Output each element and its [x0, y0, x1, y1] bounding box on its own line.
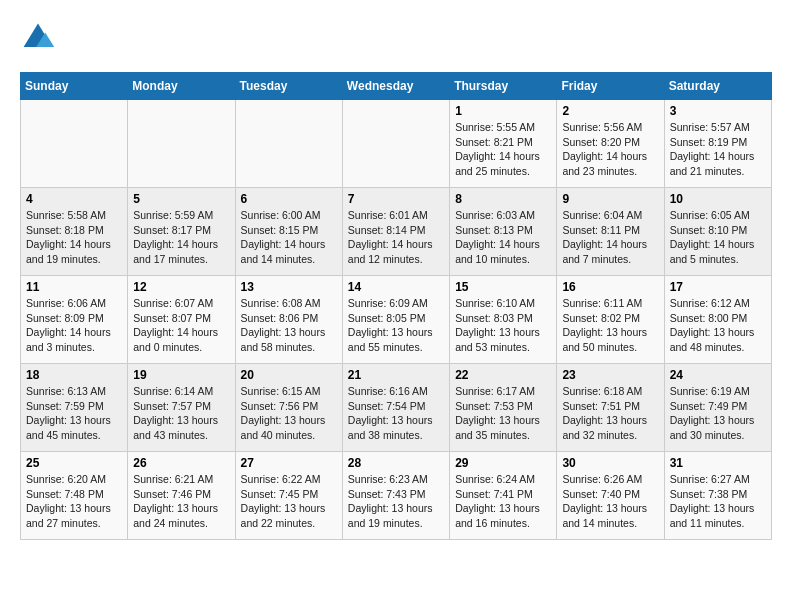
- calendar-cell: 7Sunrise: 6:01 AM Sunset: 8:14 PM Daylig…: [342, 188, 449, 276]
- day-of-week-header: Wednesday: [342, 73, 449, 100]
- day-info: Sunrise: 6:14 AM Sunset: 7:57 PM Dayligh…: [133, 384, 229, 443]
- day-info: Sunrise: 5:59 AM Sunset: 8:17 PM Dayligh…: [133, 208, 229, 267]
- calendar-cell: 23Sunrise: 6:18 AM Sunset: 7:51 PM Dayli…: [557, 364, 664, 452]
- calendar-cell: 1Sunrise: 5:55 AM Sunset: 8:21 PM Daylig…: [450, 100, 557, 188]
- calendar-cell: 17Sunrise: 6:12 AM Sunset: 8:00 PM Dayli…: [664, 276, 771, 364]
- day-number: 4: [26, 192, 122, 206]
- day-info: Sunrise: 6:15 AM Sunset: 7:56 PM Dayligh…: [241, 384, 337, 443]
- day-number: 16: [562, 280, 658, 294]
- day-info: Sunrise: 6:08 AM Sunset: 8:06 PM Dayligh…: [241, 296, 337, 355]
- calendar-cell: 6Sunrise: 6:00 AM Sunset: 8:15 PM Daylig…: [235, 188, 342, 276]
- day-info: Sunrise: 6:20 AM Sunset: 7:48 PM Dayligh…: [26, 472, 122, 531]
- day-info: Sunrise: 6:13 AM Sunset: 7:59 PM Dayligh…: [26, 384, 122, 443]
- calendar-cell: 15Sunrise: 6:10 AM Sunset: 8:03 PM Dayli…: [450, 276, 557, 364]
- calendar-cell: 25Sunrise: 6:20 AM Sunset: 7:48 PM Dayli…: [21, 452, 128, 540]
- calendar-table: SundayMondayTuesdayWednesdayThursdayFrid…: [20, 72, 772, 540]
- calendar-cell: 27Sunrise: 6:22 AM Sunset: 7:45 PM Dayli…: [235, 452, 342, 540]
- day-number: 14: [348, 280, 444, 294]
- day-info: Sunrise: 6:17 AM Sunset: 7:53 PM Dayligh…: [455, 384, 551, 443]
- day-info: Sunrise: 6:18 AM Sunset: 7:51 PM Dayligh…: [562, 384, 658, 443]
- day-of-week-header: Saturday: [664, 73, 771, 100]
- day-number: 1: [455, 104, 551, 118]
- calendar-cell: 20Sunrise: 6:15 AM Sunset: 7:56 PM Dayli…: [235, 364, 342, 452]
- day-number: 30: [562, 456, 658, 470]
- calendar-cell: 8Sunrise: 6:03 AM Sunset: 8:13 PM Daylig…: [450, 188, 557, 276]
- calendar-cell: 4Sunrise: 5:58 AM Sunset: 8:18 PM Daylig…: [21, 188, 128, 276]
- calendar-cell: [342, 100, 449, 188]
- calendar-week-row: 18Sunrise: 6:13 AM Sunset: 7:59 PM Dayli…: [21, 364, 772, 452]
- day-number: 25: [26, 456, 122, 470]
- day-number: 15: [455, 280, 551, 294]
- day-info: Sunrise: 6:22 AM Sunset: 7:45 PM Dayligh…: [241, 472, 337, 531]
- calendar-cell: 14Sunrise: 6:09 AM Sunset: 8:05 PM Dayli…: [342, 276, 449, 364]
- day-number: 24: [670, 368, 766, 382]
- day-info: Sunrise: 5:57 AM Sunset: 8:19 PM Dayligh…: [670, 120, 766, 179]
- day-info: Sunrise: 6:10 AM Sunset: 8:03 PM Dayligh…: [455, 296, 551, 355]
- day-info: Sunrise: 6:01 AM Sunset: 8:14 PM Dayligh…: [348, 208, 444, 267]
- day-number: 11: [26, 280, 122, 294]
- day-number: 18: [26, 368, 122, 382]
- day-number: 26: [133, 456, 229, 470]
- day-of-week-header: Friday: [557, 73, 664, 100]
- day-info: Sunrise: 6:09 AM Sunset: 8:05 PM Dayligh…: [348, 296, 444, 355]
- day-info: Sunrise: 5:55 AM Sunset: 8:21 PM Dayligh…: [455, 120, 551, 179]
- day-number: 17: [670, 280, 766, 294]
- day-number: 22: [455, 368, 551, 382]
- calendar-cell: 5Sunrise: 5:59 AM Sunset: 8:17 PM Daylig…: [128, 188, 235, 276]
- calendar-cell: [21, 100, 128, 188]
- day-info: Sunrise: 6:11 AM Sunset: 8:02 PM Dayligh…: [562, 296, 658, 355]
- day-number: 8: [455, 192, 551, 206]
- day-number: 7: [348, 192, 444, 206]
- day-info: Sunrise: 5:58 AM Sunset: 8:18 PM Dayligh…: [26, 208, 122, 267]
- day-number: 10: [670, 192, 766, 206]
- calendar-week-row: 11Sunrise: 6:06 AM Sunset: 8:09 PM Dayli…: [21, 276, 772, 364]
- calendar-cell: 11Sunrise: 6:06 AM Sunset: 8:09 PM Dayli…: [21, 276, 128, 364]
- calendar-cell: 19Sunrise: 6:14 AM Sunset: 7:57 PM Dayli…: [128, 364, 235, 452]
- day-number: 2: [562, 104, 658, 118]
- calendar-cell: 3Sunrise: 5:57 AM Sunset: 8:19 PM Daylig…: [664, 100, 771, 188]
- calendar-cell: 29Sunrise: 6:24 AM Sunset: 7:41 PM Dayli…: [450, 452, 557, 540]
- day-info: Sunrise: 5:56 AM Sunset: 8:20 PM Dayligh…: [562, 120, 658, 179]
- day-number: 6: [241, 192, 337, 206]
- calendar-cell: 13Sunrise: 6:08 AM Sunset: 8:06 PM Dayli…: [235, 276, 342, 364]
- day-info: Sunrise: 6:00 AM Sunset: 8:15 PM Dayligh…: [241, 208, 337, 267]
- day-number: 31: [670, 456, 766, 470]
- day-info: Sunrise: 6:03 AM Sunset: 8:13 PM Dayligh…: [455, 208, 551, 267]
- page-header: [20, 20, 772, 56]
- day-number: 20: [241, 368, 337, 382]
- calendar-week-row: 1Sunrise: 5:55 AM Sunset: 8:21 PM Daylig…: [21, 100, 772, 188]
- day-info: Sunrise: 6:16 AM Sunset: 7:54 PM Dayligh…: [348, 384, 444, 443]
- calendar-cell: 21Sunrise: 6:16 AM Sunset: 7:54 PM Dayli…: [342, 364, 449, 452]
- day-number: 19: [133, 368, 229, 382]
- day-info: Sunrise: 6:05 AM Sunset: 8:10 PM Dayligh…: [670, 208, 766, 267]
- calendar-cell: 22Sunrise: 6:17 AM Sunset: 7:53 PM Dayli…: [450, 364, 557, 452]
- calendar-cell: 10Sunrise: 6:05 AM Sunset: 8:10 PM Dayli…: [664, 188, 771, 276]
- day-number: 27: [241, 456, 337, 470]
- day-info: Sunrise: 6:26 AM Sunset: 7:40 PM Dayligh…: [562, 472, 658, 531]
- calendar-cell: 30Sunrise: 6:26 AM Sunset: 7:40 PM Dayli…: [557, 452, 664, 540]
- day-info: Sunrise: 6:27 AM Sunset: 7:38 PM Dayligh…: [670, 472, 766, 531]
- day-number: 13: [241, 280, 337, 294]
- day-of-week-header: Monday: [128, 73, 235, 100]
- day-of-week-header: Thursday: [450, 73, 557, 100]
- day-info: Sunrise: 6:12 AM Sunset: 8:00 PM Dayligh…: [670, 296, 766, 355]
- calendar-cell: 16Sunrise: 6:11 AM Sunset: 8:02 PM Dayli…: [557, 276, 664, 364]
- day-number: 23: [562, 368, 658, 382]
- day-of-week-header: Sunday: [21, 73, 128, 100]
- calendar-cell: 12Sunrise: 6:07 AM Sunset: 8:07 PM Dayli…: [128, 276, 235, 364]
- calendar-cell: 2Sunrise: 5:56 AM Sunset: 8:20 PM Daylig…: [557, 100, 664, 188]
- day-number: 29: [455, 456, 551, 470]
- calendar-cell: 28Sunrise: 6:23 AM Sunset: 7:43 PM Dayli…: [342, 452, 449, 540]
- day-number: 21: [348, 368, 444, 382]
- calendar-cell: 26Sunrise: 6:21 AM Sunset: 7:46 PM Dayli…: [128, 452, 235, 540]
- calendar-header-row: SundayMondayTuesdayWednesdayThursdayFrid…: [21, 73, 772, 100]
- day-of-week-header: Tuesday: [235, 73, 342, 100]
- day-info: Sunrise: 6:24 AM Sunset: 7:41 PM Dayligh…: [455, 472, 551, 531]
- calendar-cell: 9Sunrise: 6:04 AM Sunset: 8:11 PM Daylig…: [557, 188, 664, 276]
- calendar-week-row: 4Sunrise: 5:58 AM Sunset: 8:18 PM Daylig…: [21, 188, 772, 276]
- logo: [20, 20, 60, 56]
- logo-icon: [20, 20, 56, 56]
- day-number: 12: [133, 280, 229, 294]
- day-info: Sunrise: 6:19 AM Sunset: 7:49 PM Dayligh…: [670, 384, 766, 443]
- day-info: Sunrise: 6:07 AM Sunset: 8:07 PM Dayligh…: [133, 296, 229, 355]
